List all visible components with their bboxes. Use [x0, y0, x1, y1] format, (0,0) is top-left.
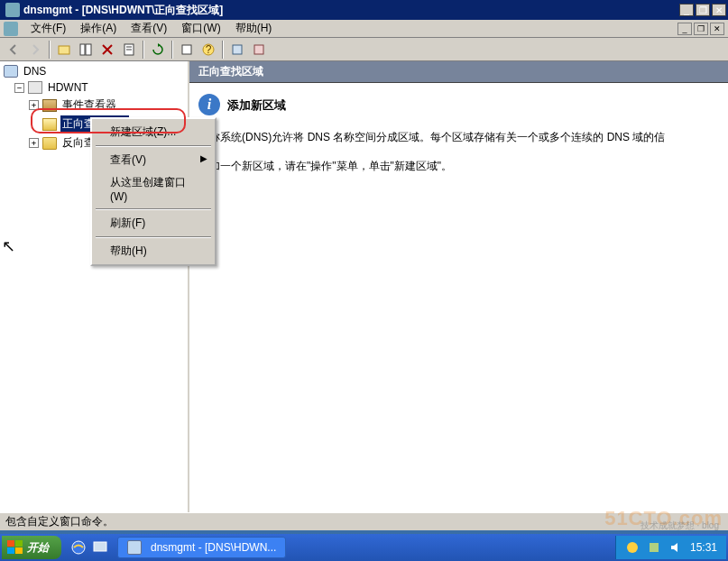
- expand-icon[interactable]: +: [29, 100, 39, 110]
- mdi-minimize-button[interactable]: _: [677, 23, 692, 35]
- svg-rect-14: [15, 547, 23, 554]
- task-icon: [127, 540, 142, 555]
- tray-volume-icon[interactable]: [668, 540, 683, 555]
- svg-point-17: [627, 542, 638, 553]
- quick-launch: [70, 539, 108, 556]
- tree-label: HDWNT: [46, 80, 90, 95]
- help-button[interactable]: ?: [198, 40, 218, 60]
- content-header: 正向查找区域: [189, 61, 728, 83]
- back-button[interactable]: [4, 40, 23, 60]
- menu-file[interactable]: 文件(F): [23, 19, 73, 38]
- folder-icon: [42, 137, 57, 150]
- tray-icon-2[interactable]: [647, 540, 661, 555]
- ctx-new-zone[interactable]: 新建区域(Z)...: [94, 121, 213, 143]
- svg-rect-2: [86, 44, 91, 55]
- toolbar-separator: [143, 41, 144, 59]
- windows-flag-icon: [7, 540, 23, 555]
- minimize-button[interactable]: _: [679, 4, 694, 16]
- ctx-refresh[interactable]: 刷新(F): [94, 212, 213, 235]
- menu-bar: 文件(F) 操作(A) 查看(V) 窗口(W) 帮助(H) _ ❐ ✕: [0, 20, 728, 38]
- svg-rect-12: [15, 540, 23, 547]
- mdi-close-button[interactable]: ✕: [710, 23, 724, 35]
- title-bar: dnsmgmt - [DNS\HDWNT\正向查找区域] _ ❐ ✕: [0, 0, 728, 20]
- collapse-icon[interactable]: −: [14, 83, 24, 93]
- folder-open-icon: [42, 118, 57, 131]
- content-body: i 添加新区域 名称系统(DNS)允许将 DNS 名称空间分成区域。每个区域存储…: [189, 83, 728, 187]
- server-icon: [28, 81, 42, 94]
- status-bar: 包含自定义窗口命令。: [0, 512, 728, 530]
- svg-rect-16: [94, 542, 106, 551]
- toolbar: ?: [0, 38, 728, 61]
- properties-button[interactable]: [119, 40, 139, 60]
- svg-rect-10: [254, 45, 263, 54]
- ctx-view-label: 查看(V): [110, 153, 146, 166]
- menu-view[interactable]: 查看(V): [124, 19, 174, 38]
- menu-action[interactable]: 操作(A): [73, 19, 124, 38]
- svg-rect-11: [7, 540, 14, 547]
- desktop-icon[interactable]: [92, 539, 108, 556]
- ctx-help[interactable]: 帮助(H): [94, 240, 213, 262]
- mdi-icon: [4, 22, 18, 36]
- svg-rect-18: [650, 543, 659, 552]
- taskbar-task-dnsmgmt[interactable]: dnsmgmt - [DNS\HDWN...: [117, 537, 286, 558]
- ctx-separator: [96, 145, 211, 147]
- eventviewer-icon: [42, 99, 57, 112]
- system-tray: 15:31: [615, 536, 726, 559]
- tray-icon-1[interactable]: [625, 540, 640, 555]
- extra-button-2[interactable]: [249, 40, 269, 60]
- menu-window[interactable]: 窗口(W): [174, 19, 227, 38]
- delete-button[interactable]: [97, 40, 117, 60]
- content-desc-1: 名称系统(DNS)允许将 DNS 名称空间分成区域。每个区域存储有关一个或多个连…: [198, 128, 719, 148]
- content-desc-2: 添加一个新区域，请在"操作"菜单，单击"新建区域"。: [198, 157, 719, 177]
- mdi-restore-button[interactable]: ❐: [694, 23, 708, 35]
- svg-rect-13: [7, 547, 14, 554]
- menu-help[interactable]: 帮助(H): [228, 19, 280, 38]
- taskbar: 开始 dnsmgmt - [DNS\HDWN... 15:31: [0, 534, 728, 561]
- up-button[interactable]: [54, 40, 74, 60]
- refresh-button[interactable]: [148, 40, 168, 60]
- submenu-arrow-icon: ▶: [200, 153, 207, 163]
- task-label: dnsmgmt - [DNS\HDWN...: [151, 541, 276, 554]
- toolbar-separator: [49, 41, 51, 59]
- svg-text:?: ?: [206, 43, 212, 56]
- expand-icon[interactable]: +: [29, 138, 39, 148]
- dns-icon: [4, 65, 18, 78]
- export-button[interactable]: [177, 40, 197, 60]
- svg-rect-1: [80, 44, 85, 55]
- info-icon: i: [198, 94, 220, 115]
- tray-clock[interactable]: 15:31: [690, 541, 717, 554]
- close-button[interactable]: ✕: [712, 4, 726, 16]
- content-title: 添加新区域: [227, 97, 286, 114]
- ie-icon[interactable]: [70, 539, 87, 556]
- toolbar-separator: [222, 41, 224, 59]
- extra-button-1[interactable]: [227, 40, 247, 60]
- svg-rect-9: [233, 45, 242, 54]
- tree-root-dns[interactable]: DNS: [2, 63, 186, 79]
- tree-eventviewer[interactable]: + 事件查看器: [2, 96, 186, 115]
- ctx-new-window[interactable]: 从这里创建窗口(W): [94, 171, 213, 207]
- window-title: dnsmgmt - [DNS\HDWNT\正向查找区域]: [23, 3, 679, 18]
- svg-rect-6: [182, 45, 191, 54]
- tree-label: DNS: [22, 64, 48, 78]
- context-menu: 新建区域(Z)... 查看(V) ▶ 从这里创建窗口(W) 刷新(F) 帮助(H…: [90, 117, 217, 266]
- ctx-separator: [96, 208, 211, 210]
- tree-label: 事件查看器: [60, 97, 118, 114]
- restore-button[interactable]: ❐: [696, 4, 710, 16]
- ctx-separator: [96, 236, 211, 238]
- svg-rect-0: [59, 46, 69, 54]
- tree-server[interactable]: − HDWNT: [2, 79, 186, 96]
- content-panel: 正向查找区域 i 添加新区域 名称系统(DNS)允许将 DNS 名称空间分成区域…: [189, 61, 728, 512]
- start-button[interactable]: 开始: [2, 536, 61, 559]
- start-label: 开始: [27, 540, 49, 556]
- show-hide-tree-button[interactable]: [76, 40, 96, 60]
- ctx-view[interactable]: 查看(V) ▶: [94, 149, 213, 171]
- app-icon: [5, 3, 20, 17]
- toolbar-separator: [171, 41, 173, 59]
- status-text: 包含自定义窗口命令。: [5, 514, 114, 529]
- forward-button[interactable]: [25, 40, 45, 60]
